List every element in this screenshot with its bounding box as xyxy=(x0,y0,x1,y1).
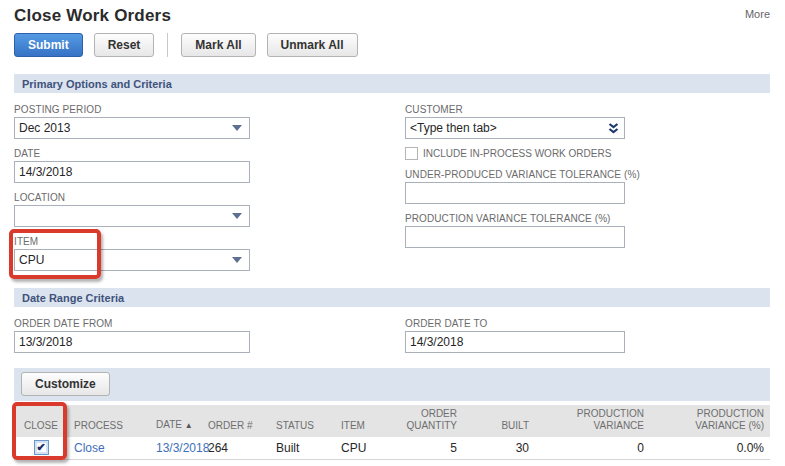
page-header: Close Work Orders More xyxy=(14,6,770,26)
location-label: LOCATION xyxy=(14,192,405,203)
item-label: ITEM xyxy=(14,236,250,247)
customer-combo[interactable] xyxy=(405,117,625,139)
built-cell: 30 xyxy=(463,437,535,460)
under-produced-tolerance-field: UNDER-PRODUCED VARIANCE TOLERANCE (%) xyxy=(405,169,770,204)
col-header-status[interactable]: STATUS xyxy=(270,405,335,437)
order-date-from-input[interactable] xyxy=(14,331,250,353)
location-select[interactable] xyxy=(14,205,250,227)
production-tolerance-input[interactable] xyxy=(405,226,625,248)
process-cell: Close xyxy=(68,437,150,460)
order-date-link[interactable]: 13/3/2018 xyxy=(156,441,209,455)
order-date-from-field: ORDER DATE FROM xyxy=(14,318,405,353)
posting-period-value: Dec 2013 xyxy=(19,121,70,135)
order-date-from-label: ORDER DATE FROM xyxy=(14,318,405,329)
chevron-down-icon xyxy=(232,257,242,263)
production-tolerance-label: PRODUCTION VARIANCE TOLERANCE (%) xyxy=(405,213,770,224)
under-produced-tolerance-input[interactable] xyxy=(405,182,625,204)
more-link[interactable]: More xyxy=(745,8,770,20)
unmark-all-button-top[interactable]: Unmark All xyxy=(267,33,358,57)
form-right-column: CUSTOMER INCLUDE IN-PROCESS WORK ORDERS … xyxy=(405,95,770,271)
order-number-cell: 264 xyxy=(202,437,270,460)
date-label: DATE xyxy=(14,148,405,159)
table-header-row: CLOSE PROCESS DATE ▲ ORDER # STATUS ITEM… xyxy=(14,405,770,437)
posting-period-field: POSTING PERIOD Dec 2013 xyxy=(14,104,405,139)
customize-button[interactable]: Customize xyxy=(21,372,110,396)
close-checkbox-cell xyxy=(14,437,68,460)
customer-label: CUSTOMER xyxy=(405,104,770,115)
production-variance-cell: 0 xyxy=(535,437,650,460)
date-input[interactable] xyxy=(14,161,250,183)
customer-input[interactable] xyxy=(410,121,595,135)
date-cell: 13/3/2018 xyxy=(150,437,202,460)
primary-options-form: POSTING PERIOD Dec 2013 DATE LOCATION xyxy=(14,93,770,271)
location-field: LOCATION xyxy=(14,192,405,227)
posting-period-select[interactable]: Dec 2013 xyxy=(14,117,250,139)
order-quantity-cell: 5 xyxy=(395,437,463,460)
top-toolbar: Submit Reset Mark All Unmark All xyxy=(14,33,770,57)
table-row: Close 13/3/2018 264 Built CPU 5 30 0 0.0… xyxy=(14,437,770,460)
order-date-to-input[interactable] xyxy=(405,331,625,353)
section-date-range: Date Range Criteria xyxy=(14,288,770,307)
include-in-process-label: INCLUDE IN-PROCESS WORK ORDERS xyxy=(423,148,611,159)
date-range-form: ORDER DATE FROM ORDER DATE TO xyxy=(14,307,770,353)
sort-ascending-icon: ▲ xyxy=(185,421,193,430)
chevron-down-icon xyxy=(232,125,242,131)
customer-field: CUSTOMER xyxy=(405,104,770,139)
close-checkbox[interactable] xyxy=(34,440,49,455)
form-left-column: POSTING PERIOD Dec 2013 DATE LOCATION xyxy=(14,95,405,271)
col-header-close[interactable]: CLOSE xyxy=(14,405,68,437)
col-header-date[interactable]: DATE ▲ xyxy=(150,405,202,437)
page-title: Close Work Orders xyxy=(14,6,171,26)
order-date-to-field: ORDER DATE TO xyxy=(405,318,770,353)
process-close-link[interactable]: Close xyxy=(74,441,105,455)
status-cell: Built xyxy=(270,437,335,460)
date-field: DATE xyxy=(14,148,405,183)
item-value: CPU xyxy=(19,253,44,267)
chevron-down-icon xyxy=(232,213,242,219)
order-date-to-label: ORDER DATE TO xyxy=(405,318,770,329)
item-select[interactable]: CPU xyxy=(14,249,250,271)
under-produced-tolerance-label: UNDER-PRODUCED VARIANCE TOLERANCE (%) xyxy=(405,169,770,180)
include-in-process-field: INCLUDE IN-PROCESS WORK ORDERS xyxy=(405,147,770,160)
mark-all-button-top[interactable]: Mark All xyxy=(181,33,255,57)
col-header-production-variance-pct[interactable]: PRODUCTION VARIANCE (%) xyxy=(650,405,770,437)
col-header-production-variance[interactable]: PRODUCTION VARIANCE xyxy=(535,405,650,437)
col-header-process[interactable]: PROCESS xyxy=(68,405,150,437)
col-header-order-quantity[interactable]: ORDER QUANTITY xyxy=(395,405,463,437)
close-work-orders-page: Close Work Orders More Submit Reset Mark… xyxy=(0,0,785,466)
posting-period-label: POSTING PERIOD xyxy=(14,104,405,115)
include-in-process-checkbox[interactable] xyxy=(405,147,418,160)
work-orders-table: CLOSE PROCESS DATE ▲ ORDER # STATUS ITEM… xyxy=(14,405,770,460)
col-header-built[interactable]: BUILT xyxy=(463,405,535,437)
production-variance-pct-cell: 0.0% xyxy=(650,437,770,460)
section-primary-options: Primary Options and Criteria xyxy=(14,74,770,93)
item-cell: CPU xyxy=(335,437,395,460)
submit-button-top[interactable]: Submit xyxy=(14,33,83,57)
double-chevron-down-icon[interactable] xyxy=(607,122,620,135)
reset-button-top[interactable]: Reset xyxy=(94,33,155,57)
item-field: ITEM CPU xyxy=(14,236,250,271)
col-header-item[interactable]: ITEM xyxy=(335,405,395,437)
col-header-order-number[interactable]: ORDER # xyxy=(202,405,270,437)
customize-band: Customize xyxy=(14,368,770,401)
toolbar-separator xyxy=(167,33,168,57)
production-tolerance-field: PRODUCTION VARIANCE TOLERANCE (%) xyxy=(405,213,770,248)
